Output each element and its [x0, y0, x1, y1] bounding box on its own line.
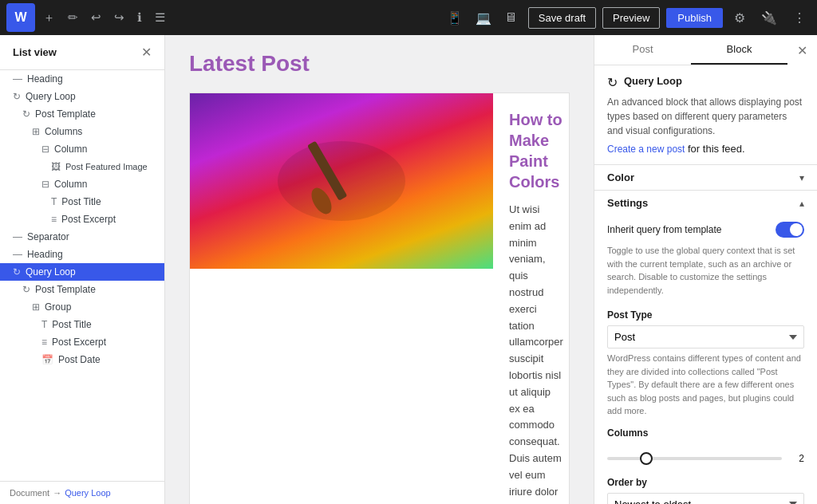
- columns-section: Columns 2: [594, 424, 817, 471]
- post-content-title: How to Make Paint Colors: [509, 109, 563, 192]
- post-template2-icon: ↻: [22, 284, 30, 295]
- sidebar-title: List view: [13, 46, 57, 58]
- undo-button[interactable]: ↩: [86, 6, 106, 30]
- publish-button[interactable]: Publish: [666, 8, 723, 28]
- block-info-section: ↻ Query Loop An advanced block that allo…: [594, 65, 817, 165]
- inherit-description: Toggle to use the global query context t…: [594, 244, 817, 303]
- inherit-label: Inherit query from template: [607, 224, 721, 235]
- list-item[interactable]: ↻Post Template: [0, 281, 164, 298]
- color-section-header[interactable]: Color ▾: [594, 165, 817, 190]
- panel-close-button[interactable]: ✕: [787, 37, 817, 65]
- heading-icon: —: [13, 73, 22, 85]
- tab-block[interactable]: Block: [691, 35, 787, 65]
- page-title: Latest Post: [189, 51, 570, 77]
- list-item[interactable]: ≡Post Excerpt: [0, 211, 164, 228]
- query-loop-block-icon: ↻: [607, 75, 618, 90]
- list-item[interactable]: ≡Post Excerpt: [0, 333, 164, 351]
- columns-row: 2: [594, 447, 817, 471]
- post-featured-image: [190, 93, 493, 269]
- more-options-button[interactable]: ⋮: [788, 6, 811, 30]
- create-link-suffix: for this feed.: [685, 143, 744, 155]
- settings-chevron-icon: ▴: [799, 198, 804, 209]
- list-item[interactable]: ⊟Column: [0, 140, 164, 158]
- brush-svg: [262, 125, 421, 237]
- tablet-view-button[interactable]: 💻: [471, 6, 496, 30]
- list-item[interactable]: —Heading: [0, 246, 164, 263]
- group-icon: ⊞: [32, 301, 40, 313]
- list-item[interactable]: —Separator: [0, 228, 164, 246]
- desktop-view-button[interactable]: 🖥: [499, 6, 522, 30]
- wp-logo[interactable]: W: [6, 3, 35, 32]
- color-chevron-icon: ▾: [799, 172, 804, 183]
- list-item[interactable]: ⊞Group: [0, 298, 164, 316]
- post-type-select[interactable]: Post Page Media: [607, 325, 804, 348]
- list-item[interactable]: TPost Title: [0, 193, 164, 211]
- post-featured-image-icon: 🖼: [51, 161, 61, 172]
- toolbar: W ＋ ✏ ↩ ↪ ℹ ☰ 📱 💻 🖥 Save draft Preview P…: [0, 0, 817, 35]
- svg-point-0: [278, 141, 405, 221]
- block-name-title: Query Loop: [624, 75, 682, 87]
- list-view-button[interactable]: ☰: [150, 6, 170, 30]
- toggle-knob: [790, 223, 803, 236]
- list-item[interactable]: ↻Post Template: [0, 105, 164, 123]
- paint-brush-visual: [190, 93, 493, 269]
- post-type-label: Post Type: [607, 309, 804, 321]
- toolbar-right: 📱 💻 🖥 Save draft Preview Publish ⚙ 🔌 ⋮: [442, 6, 811, 30]
- post-title2-icon: T: [41, 319, 47, 330]
- separator-icon: —: [13, 231, 22, 242]
- list-item[interactable]: TPost Title: [0, 316, 164, 333]
- post-excerpt2-icon: ≡: [41, 337, 47, 348]
- tab-post[interactable]: Post: [594, 35, 691, 65]
- create-new-post-link[interactable]: Create a new post: [607, 144, 685, 155]
- order-by-field: Order by Newest to oldest Oldest to newe…: [594, 471, 817, 505]
- add-block-button[interactable]: ＋: [38, 6, 60, 30]
- query-loop2-icon: ↻: [13, 266, 21, 278]
- create-new-post-text: Create a new post for this feed.: [607, 143, 745, 155]
- inherit-toggle[interactable]: [776, 222, 804, 238]
- order-by-label: Order by: [607, 477, 804, 488]
- query-loop-icon: ↻: [13, 91, 21, 102]
- column2-icon: ⊟: [41, 179, 49, 190]
- heading2-icon: —: [13, 249, 22, 260]
- columns-icon: ⊞: [32, 126, 40, 137]
- mobile-view-button[interactable]: 📱: [442, 6, 468, 30]
- color-label: Color: [607, 171, 634, 183]
- sidebar: List view ✕ —Heading ↻Query Loop ↻Post T…: [0, 35, 165, 504]
- tools-button[interactable]: ✏: [63, 6, 83, 30]
- columns-value: 2: [788, 453, 804, 464]
- post-card-inner: How to Make Paint Colors Ut wisi enim ad…: [190, 93, 569, 504]
- sidebar-close-button[interactable]: ✕: [141, 45, 152, 60]
- device-buttons: 📱 💻 🖥: [442, 6, 522, 30]
- panel-tabs-row: Post Block ✕: [594, 35, 817, 65]
- settings-button[interactable]: ⚙: [729, 6, 750, 30]
- post-template-icon: ↻: [22, 108, 30, 120]
- column-icon: ⊟: [41, 144, 49, 155]
- block-description: An advanced block that allows displaying…: [607, 95, 804, 138]
- list-item[interactable]: ⊟Column: [0, 175, 164, 193]
- columns-slider[interactable]: [607, 457, 782, 460]
- featured-post-card: How to Make Paint Colors Ut wisi enim ad…: [189, 93, 570, 504]
- post-type-description: WordPress contains different types of co…: [607, 352, 804, 418]
- post-date-icon: 📅: [41, 354, 53, 365]
- right-panel: Post Block ✕ ↻ Query Loop An advanced bl…: [594, 35, 817, 504]
- list-item[interactable]: 🖼Post Featured Image: [0, 158, 164, 175]
- settings-label: Settings: [607, 197, 648, 209]
- preview-button[interactable]: Preview: [602, 7, 660, 29]
- columns-label: Columns: [594, 424, 817, 442]
- list-item[interactable]: —Heading: [0, 70, 164, 88]
- main-layout: List view ✕ —Heading ↻Query Loop ↻Post T…: [0, 35, 817, 504]
- save-draft-button[interactable]: Save draft: [528, 7, 596, 29]
- breadcrumb: Document → Query Loop: [0, 481, 164, 504]
- content-area: Latest Post How to Make Paint Colors Ut …: [165, 35, 594, 504]
- list-item-query-loop-active[interactable]: ↻Query Loop: [0, 263, 164, 281]
- order-by-select[interactable]: Newest to oldest Oldest to newest Title …: [607, 493, 804, 505]
- info-button[interactable]: ℹ: [132, 6, 147, 30]
- settings-header[interactable]: Settings ▴: [594, 191, 817, 215]
- list-item[interactable]: ⊞Columns: [0, 123, 164, 140]
- breadcrumb-query-loop-link[interactable]: Query Loop: [65, 488, 110, 498]
- redo-button[interactable]: ↪: [109, 6, 129, 30]
- list-item[interactable]: 📅Post Date: [0, 351, 164, 368]
- panel-tabs: Post Block: [594, 35, 787, 65]
- plugins-button[interactable]: 🔌: [756, 6, 782, 30]
- list-item[interactable]: ↻Query Loop: [0, 88, 164, 105]
